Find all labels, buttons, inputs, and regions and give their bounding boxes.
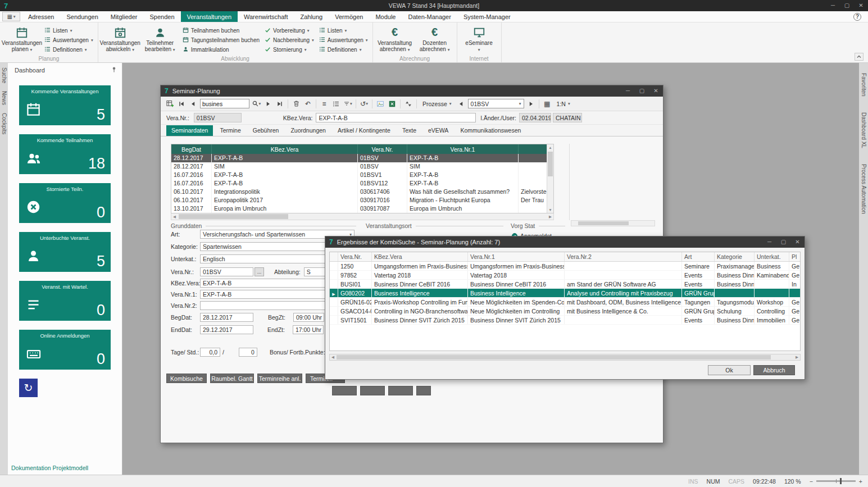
sidebar-tab-news[interactable]: News [1,91,7,105]
refresh-button[interactable]: ↻ [19,379,38,397]
last-record-icon[interactable] [275,99,285,109]
search-icon[interactable]: ▾ [251,99,261,109]
teilnehmer-bearbeiten-button[interactable]: Teilnehmerbearbeiten ▾ [143,24,178,53]
table-row[interactable]: 06.10.2017 Integrationspolitik 030617406… [171,188,547,196]
next-record-icon[interactable] [263,99,273,109]
tile-online-anmeldungen[interactable]: Online Anmeldungen 0 [19,330,111,370]
menu-tab[interactable]: Module [369,11,402,22]
export-excel-icon[interactable] [387,99,397,109]
zoom-in-icon[interactable]: + [859,478,862,485]
minimize-icon[interactable]: ─ [621,85,635,97]
tab-gebuehren[interactable]: Gebühren [248,125,284,136]
table-row[interactable]: 16.07.2016 EXP-T-A-B 01BSV1 EXP-T-A-B [171,171,547,179]
export-image-icon[interactable] [375,99,385,109]
help-icon[interactable]: ? [853,13,861,21]
table-row[interactable]: 13.10.2017 Europa im Umbruch 030917087 E… [171,204,547,213]
ribbon-item-teilnahmen-buchen[interactable]: Teilnahmen buchen [183,27,260,34]
scroll-left-icon[interactable]: ◀ [330,354,336,360]
documentation-link[interactable]: Dokumentation Projektmodell [11,465,88,471]
footer-button-partial[interactable] [332,386,357,395]
ribbon-item-auswertungen[interactable]: Auswertungen▾ [319,37,368,44]
next-process-icon[interactable] [526,99,536,109]
menu-tab[interactable]: Vermögen [329,11,369,22]
ribbon-item-listen[interactable]: Listen▾ [319,27,368,34]
menu-tab[interactable]: System-Manager [457,11,517,22]
scrollbar-thumb[interactable] [337,355,771,359]
ribbon-collapse-button[interactable] [855,53,864,61]
scrollbar-thumb[interactable] [548,152,553,176]
ribbon-item-tagungsteilnahmen-buchen[interactable]: Tagungsteilnahmen buchen [183,37,260,44]
minimize-icon[interactable]: ─ [826,0,840,11]
table-row[interactable]: 28.12.2017 SIM 01BSV SIM [171,162,547,171]
filter-icon[interactable]: ▾ [343,99,353,109]
endzt-input[interactable]: 17:00 Uhr [293,325,324,334]
tile-unterbuchte-veranstaltungen[interactable]: Unterbuchte Veranst. 5 [19,232,111,272]
ribbon-item-listen[interactable]: Listen▾ [44,27,93,34]
record-combobox[interactable]: 01BSV▾ [468,99,524,108]
menu-tab[interactable]: Daten-Manager [402,11,457,22]
footer-button-partial[interactable] [416,386,431,395]
scrollbar-thumb[interactable] [179,214,288,219]
horizontal-scrollbar[interactable]: ◀ ▶ [329,354,801,361]
menu-tab[interactable]: Mitglieder [104,11,144,22]
scrollbar-thumb[interactable] [578,221,629,225]
tab-termine[interactable]: Termine [215,125,246,136]
ratio-dropdown[interactable]: 1:N▾ [554,101,573,107]
table-row[interactable]: BUSI01 Business Dinner CeBIT 2016 Busine… [330,280,800,289]
kombisuche-button[interactable]: Kombisuche [166,374,207,383]
undo-icon[interactable]: ↶ [303,99,313,109]
table-row[interactable]: 97852 Vatertag 2018 Vatertag 2018 Events… [330,271,800,280]
tab-artikel-kontingente[interactable]: Artikel / Kontingente [333,125,396,136]
add-record-icon[interactable] [165,99,175,109]
close-icon[interactable]: ✕ [649,85,663,97]
terminreihe-anlegen-button[interactable]: Terminreihe anl. [257,374,302,383]
zoom-out-icon[interactable]: − [810,478,813,485]
menu-tab[interactable]: Spenden [143,11,180,22]
scroll-right-icon[interactable]: ▶ [794,354,800,360]
sort-icon[interactable] [403,99,413,109]
ribbon-item-auswertungen[interactable]: Auswertungen▾ [44,37,93,44]
horizontal-scrollbar[interactable]: ◀ ▶ [171,213,554,220]
menu-tab[interactable]: Zahlung [294,11,329,22]
first-record-icon[interactable] [176,99,187,109]
tab-texte[interactable]: Texte [397,125,421,136]
begdat-input[interactable]: 28.12.2017 [200,313,253,322]
vera-nr-input[interactable]: 01BSV [200,267,253,276]
tile-kommende-teilnahmen[interactable]: Kommende Teilnahmen 18 [19,134,111,174]
tile-stornierte-teilnahmen[interactable]: Stornierte Teiln. 0 [19,183,111,223]
enddat-input[interactable]: 29.12.2017 [200,325,253,334]
tage-input[interactable]: 0,0 [200,348,220,357]
footer-button-partial[interactable] [360,386,385,395]
raumbelegung-gantt-button[interactable]: Raumbel. Gantt [210,374,254,383]
app-menu-button[interactable]: ▦▾ [2,12,20,21]
prev-process-icon[interactable] [456,99,466,109]
ribbon-item-nachbereitung[interactable]: Nachbereitung▾ [265,37,314,44]
ribbon-item-definitionen[interactable]: Definitionen▾ [319,46,368,53]
table-row[interactable]: G080202 Business Intelligence Business I… [330,289,800,298]
tile-kommende-veranstaltungen[interactable]: Kommende Veranstaltungen 5 [19,85,111,125]
ribbon-item-immatrikulation[interactable]: Immatrikulation [183,46,260,53]
ribbon-item-stornierung[interactable]: Stornierung▾ [265,46,314,53]
tab-kommunikationswesen[interactable]: Kommunikationswesen [455,125,526,136]
tab-evewa[interactable]: eVEWA [423,125,453,136]
ribbon-item-definitionen[interactable]: Definitionen▾ [44,46,93,53]
menu-tab[interactable]: Sendungen [60,11,104,22]
detail-list-icon[interactable] [331,99,341,109]
veranstaltung-abrechnen-button[interactable]: € Veranstaltungabrechnen ▾ [378,24,412,53]
close-icon[interactable]: ✕ [854,0,868,11]
sidebar-tab-favoriten[interactable]: Favoriten [861,73,867,97]
abbruch-button[interactable]: Abbruch [753,365,795,375]
search-input[interactable] [200,99,249,108]
table-row[interactable]: SVIT1501 Business Dinner SVIT Zürich 201… [330,316,800,325]
list-view-icon[interactable]: ≡ [319,99,329,109]
menu-tab[interactable]: Adressen [22,11,60,22]
zoom-track[interactable] [816,480,856,482]
pin-icon[interactable] [111,66,117,74]
sidebar-tab-cockpits[interactable]: Cockpits [1,113,7,134]
eseminare-button[interactable]: eSeminare▾ [462,24,497,53]
table-row[interactable]: 16.07.2016 EXP-T-A-B 01BSV112 EXP-T-A-B [171,179,547,188]
table-row[interactable]: 28.12.2017 EXP-T-A-B 01BSV EXP-T-A-B [171,154,547,162]
veranstaltungen-abwickeln-button[interactable]: Veranstaltungenabwickeln ▾ [103,24,138,53]
table-row[interactable]: GRÜN16-02 Praxis-Workshop Controlling im… [330,298,800,307]
table-row[interactable]: 1250 Umgangsformen im Praxis-Business Um… [330,262,800,271]
